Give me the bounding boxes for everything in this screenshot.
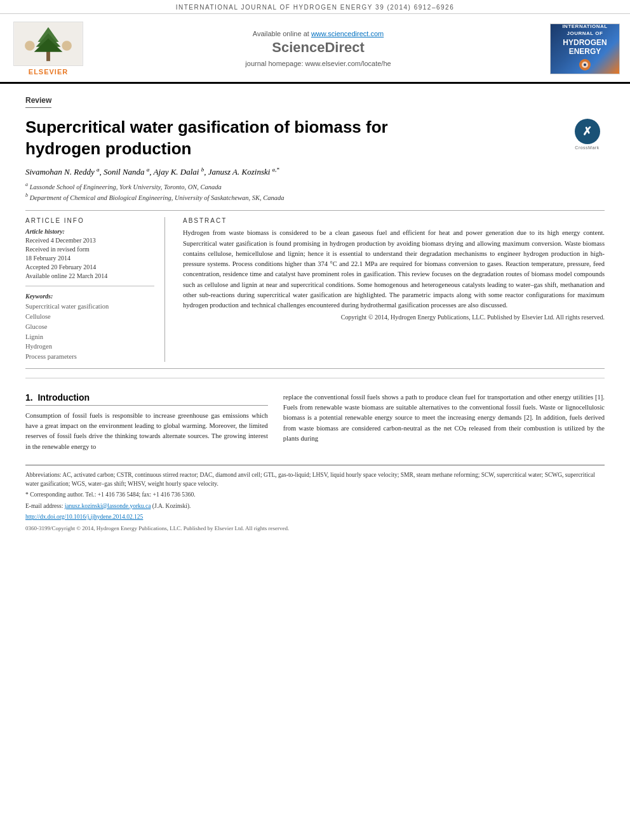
keywords-label: Keywords: <box>25 293 154 300</box>
email-link[interactable]: janusz.kozinski@lassonde.yorku.ca <box>65 503 151 509</box>
doi-note: http://dx.doi.org/10.1016/j.ijhydene.201… <box>25 512 605 521</box>
abstract-text: Hydrogen from waste biomass is considere… <box>183 228 605 310</box>
article-info-section: ARTICLE INFO Article history: Received 4… <box>25 210 605 369</box>
journal-logo-title: HYDROGEN ENERGY <box>563 38 607 56</box>
author-reddy: Sivamohan N. Reddy a <box>25 167 99 177</box>
accepted-date: Accepted 20 February 2014 <box>25 263 154 272</box>
journal-header-bar: INTERNATIONAL JOURNAL OF HYDROGEN ENERGY… <box>0 0 630 14</box>
sciencedirect-url[interactable]: www.sciencedirect.com <box>311 30 384 37</box>
article-info-left: ARTICLE INFO Article history: Received 4… <box>25 217 165 362</box>
article-info-label: ARTICLE INFO <box>25 217 154 224</box>
keyword-4: Lignin <box>25 332 154 342</box>
revised-label: Received in revised form <box>25 245 154 254</box>
history-label: Article history: <box>25 228 154 235</box>
affiliation-a: a Lassonde School of Engineering, York U… <box>25 181 605 192</box>
section-title: 1. Introduction <box>25 392 268 406</box>
crossmark-symbol: ✗ <box>582 124 592 138</box>
intro-left-text: Consumption of fossil fuels is responsib… <box>25 411 268 452</box>
abbreviations-text: Abbreviations: AC, activated carbon; CST… <box>25 470 605 489</box>
elsevier-logo: ELSEVIER <box>10 22 86 76</box>
journal-homepage: journal homepage: www.elsevier.com/locat… <box>86 60 550 67</box>
received-date: Received 4 December 2013 <box>25 236 154 245</box>
article-type-label: Review <box>25 96 51 108</box>
authors-line: Sivamohan N. Reddy a, Sonil Nanda a, Aja… <box>25 166 605 177</box>
intro-right-text: replace the conventional fossil fuels sh… <box>283 392 605 444</box>
svg-point-6 <box>62 41 72 51</box>
crossmark-label: CrossMark <box>575 145 599 150</box>
available-date: Available online 22 March 2014 <box>25 272 154 281</box>
affiliations-block: a Lassonde School of Engineering, York U… <box>25 181 605 203</box>
abstract-section: ABSTRACT Hydrogen from waste biomass is … <box>178 217 605 362</box>
svg-point-5 <box>25 41 35 51</box>
elsevier-logo-image <box>13 22 83 66</box>
affiliation-b: b Department of Chemical and Biological … <box>25 192 605 203</box>
footer-section: Abbreviations: AC, activated carbon; CST… <box>25 465 605 531</box>
corresponding-note: * Corresponding author. Tel.: +1 416 736… <box>25 490 605 499</box>
crossmark-circle: ✗ <box>575 119 600 144</box>
hydrogen-energy-logo: INTERNATIONAL JOURNAL OF HYDROGEN ENERGY <box>550 23 620 74</box>
doi-link[interactable]: http://dx.doi.org/10.1016/j.ijhydene.201… <box>25 514 143 520</box>
section-divider <box>25 378 605 378</box>
keyword-3: Glucose <box>25 322 154 332</box>
keyword-6: Process parameters <box>25 352 154 362</box>
journal-title-bar: INTERNATIONAL JOURNAL OF HYDROGEN ENERGY… <box>176 4 454 11</box>
available-online-text: Available online at www.sciencedirect.co… <box>86 30 550 37</box>
keyword-2: Cellulose <box>25 312 154 322</box>
keyword-5: Hydrogen <box>25 342 154 352</box>
info-divider <box>25 286 154 286</box>
email-note: E-mail address: janusz.kozinski@lassonde… <box>25 502 605 510</box>
intro-right-column: replace the conventional fossil fuels sh… <box>283 392 605 452</box>
abstract-label: ABSTRACT <box>183 217 605 224</box>
article-title: Supercritical water gasification of biom… <box>25 117 457 160</box>
journal-header: ELSEVIER Available online at www.science… <box>0 14 630 84</box>
center-header: Available online at www.sciencedirect.co… <box>86 30 550 67</box>
svg-point-9 <box>584 63 586 66</box>
sciencedirect-brand: ScienceDirect <box>86 39 550 56</box>
author-kozinski: Janusz A. Kozinski a,* <box>208 167 279 177</box>
author-dalai: Ajay K. Dalai b <box>154 167 204 177</box>
introduction-section: 1. Introduction Consumption of fossil fu… <box>25 387 605 452</box>
main-content: Review Supercritical water gasification … <box>0 84 630 544</box>
keyword-1: Supercritical water gasification <box>25 302 154 312</box>
crossmark-badge[interactable]: ✗ CrossMark <box>570 117 605 152</box>
title-row: Supercritical water gasification of biom… <box>25 112 605 166</box>
abstract-copyright: Copyright © 2014, Hydrogen Energy Public… <box>183 314 605 321</box>
elsevier-brand-text: ELSEVIER <box>29 68 68 76</box>
footer-copyright: 0360-3199/Copyright © 2014, Hydrogen Ene… <box>25 525 605 531</box>
journal-logo-line1: INTERNATIONAL JOURNAL OF <box>562 23 607 37</box>
intro-left-column: 1. Introduction Consumption of fossil fu… <box>25 392 268 452</box>
author-nanda: Sonil Nanda a <box>104 167 149 177</box>
revised-date: 18 February 2014 <box>25 254 154 263</box>
